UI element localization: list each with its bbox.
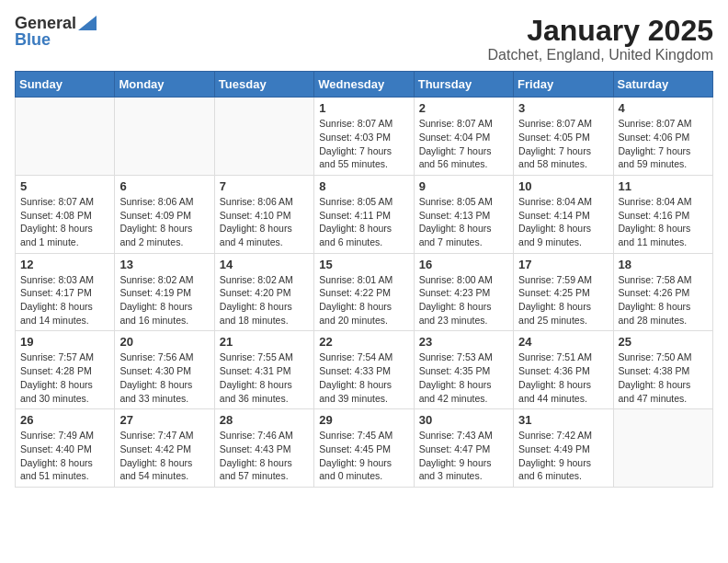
day-number: 13 — [119, 258, 209, 271]
calendar-cell: 12Sunrise: 8:03 AM Sunset: 4:17 PM Dayli… — [16, 253, 115, 331]
day-number: 26 — [20, 413, 109, 427]
day-info: Sunrise: 7:55 AM Sunset: 4:31 PM Dayligh… — [220, 350, 309, 405]
calendar-week-4: 26Sunrise: 7:49 AM Sunset: 4:40 PM Dayli… — [16, 409, 713, 488]
calendar-cell: 4Sunrise: 8:07 AM Sunset: 4:06 PM Daylig… — [613, 98, 712, 176]
day-number: 14 — [220, 258, 309, 271]
day-info: Sunrise: 8:07 AM Sunset: 4:08 PM Dayligh… — [20, 195, 109, 249]
day-info: Sunrise: 8:04 AM Sunset: 4:16 PM Dayligh… — [619, 195, 708, 249]
calendar-cell: 16Sunrise: 8:00 AM Sunset: 4:23 PM Dayli… — [414, 253, 513, 331]
weekday-header-friday: Friday — [514, 72, 613, 98]
day-info: Sunrise: 7:51 AM Sunset: 4:36 PM Dayligh… — [518, 350, 608, 405]
day-number: 28 — [220, 413, 309, 427]
calendar-week-1: 5Sunrise: 8:07 AM Sunset: 4:08 PM Daylig… — [16, 175, 713, 253]
day-info: Sunrise: 8:00 AM Sunset: 4:23 PM Dayligh… — [419, 273, 508, 327]
calendar-cell: 27Sunrise: 7:47 AM Sunset: 4:42 PM Dayli… — [115, 409, 214, 488]
calendar-header: SundayMondayTuesdayWednesdayThursdayFrid… — [16, 72, 713, 98]
day-info: Sunrise: 8:05 AM Sunset: 4:11 PM Dayligh… — [319, 195, 408, 249]
day-number: 3 — [518, 101, 608, 115]
day-info: Sunrise: 8:06 AM Sunset: 4:09 PM Dayligh… — [119, 195, 209, 249]
day-number: 12 — [20, 258, 109, 271]
day-info: Sunrise: 8:04 AM Sunset: 4:14 PM Dayligh… — [518, 195, 608, 249]
calendar-cell: 31Sunrise: 7:42 AM Sunset: 4:49 PM Dayli… — [514, 409, 613, 488]
day-number: 20 — [119, 335, 209, 349]
calendar-week-2: 12Sunrise: 8:03 AM Sunset: 4:17 PM Dayli… — [16, 253, 713, 331]
calendar-cell: 21Sunrise: 7:55 AM Sunset: 4:31 PM Dayli… — [214, 331, 313, 409]
day-info: Sunrise: 7:50 AM Sunset: 4:38 PM Dayligh… — [619, 350, 708, 405]
day-number: 9 — [419, 179, 508, 193]
calendar-cell: 26Sunrise: 7:49 AM Sunset: 4:40 PM Dayli… — [16, 409, 115, 488]
page-header: General Blue January 2025 Datchet, Engla… — [15, 15, 713, 63]
weekday-header-wednesday: Wednesday — [314, 72, 414, 98]
calendar-cell: 24Sunrise: 7:51 AM Sunset: 4:36 PM Dayli… — [514, 331, 613, 409]
calendar-cell: 13Sunrise: 8:02 AM Sunset: 4:19 PM Dayli… — [115, 253, 214, 331]
day-info: Sunrise: 7:43 AM Sunset: 4:47 PM Dayligh… — [419, 429, 508, 483]
calendar-cell: 1Sunrise: 8:07 AM Sunset: 4:03 PM Daylig… — [314, 98, 414, 176]
logo-icon — [78, 16, 97, 30]
day-info: Sunrise: 7:57 AM Sunset: 4:28 PM Dayligh… — [20, 350, 109, 405]
calendar-cell: 11Sunrise: 8:04 AM Sunset: 4:16 PM Dayli… — [613, 175, 712, 253]
day-number: 29 — [319, 413, 408, 427]
day-info: Sunrise: 8:03 AM Sunset: 4:17 PM Dayligh… — [20, 273, 109, 327]
day-number: 5 — [20, 179, 109, 193]
day-number: 27 — [119, 413, 209, 427]
day-number: 30 — [419, 413, 508, 427]
logo-blue: Blue — [15, 31, 51, 48]
day-info: Sunrise: 7:56 AM Sunset: 4:30 PM Dayligh… — [119, 350, 209, 405]
day-number: 24 — [518, 335, 608, 349]
calendar-cell: 18Sunrise: 7:58 AM Sunset: 4:26 PM Dayli… — [613, 253, 712, 331]
calendar-cell: 8Sunrise: 8:05 AM Sunset: 4:11 PM Daylig… — [314, 175, 414, 253]
svg-marker-0 — [78, 16, 97, 30]
weekday-header-saturday: Saturday — [613, 72, 712, 98]
day-info: Sunrise: 7:58 AM Sunset: 4:26 PM Dayligh… — [619, 273, 708, 327]
day-number: 15 — [319, 258, 408, 271]
calendar-cell — [214, 98, 313, 176]
day-info: Sunrise: 7:45 AM Sunset: 4:45 PM Dayligh… — [319, 429, 408, 483]
day-number: 25 — [619, 335, 708, 349]
calendar-cell: 22Sunrise: 7:54 AM Sunset: 4:33 PM Dayli… — [314, 331, 414, 409]
day-info: Sunrise: 8:06 AM Sunset: 4:10 PM Dayligh… — [220, 195, 309, 249]
weekday-header-monday: Monday — [115, 72, 214, 98]
weekday-header-sunday: Sunday — [16, 72, 115, 98]
calendar-week-0: 1Sunrise: 8:07 AM Sunset: 4:03 PM Daylig… — [16, 98, 713, 176]
calendar-cell — [613, 409, 712, 488]
day-info: Sunrise: 7:46 AM Sunset: 4:43 PM Dayligh… — [220, 429, 309, 483]
calendar-cell: 15Sunrise: 8:01 AM Sunset: 4:22 PM Dayli… — [314, 253, 414, 331]
logo-general: General — [15, 15, 76, 31]
day-number: 23 — [419, 335, 508, 349]
day-number: 19 — [20, 335, 109, 349]
calendar-location: Datchet, England, United Kingdom — [488, 47, 713, 63]
calendar-title: January 2025 — [488, 15, 713, 47]
calendar-cell: 17Sunrise: 7:59 AM Sunset: 4:25 PM Dayli… — [514, 253, 613, 331]
calendar-cell: 19Sunrise: 7:57 AM Sunset: 4:28 PM Dayli… — [16, 331, 115, 409]
day-number: 18 — [619, 258, 708, 271]
calendar-cell: 25Sunrise: 7:50 AM Sunset: 4:38 PM Dayli… — [613, 331, 712, 409]
calendar-body: 1Sunrise: 8:07 AM Sunset: 4:03 PM Daylig… — [16, 98, 713, 488]
calendar-cell: 6Sunrise: 8:06 AM Sunset: 4:09 PM Daylig… — [115, 175, 214, 253]
day-info: Sunrise: 7:54 AM Sunset: 4:33 PM Dayligh… — [319, 350, 408, 405]
day-number: 4 — [619, 101, 708, 115]
calendar-cell: 14Sunrise: 8:02 AM Sunset: 4:20 PM Dayli… — [214, 253, 313, 331]
day-info: Sunrise: 8:02 AM Sunset: 4:19 PM Dayligh… — [119, 273, 209, 327]
day-number: 22 — [319, 335, 408, 349]
day-info: Sunrise: 8:07 AM Sunset: 4:03 PM Dayligh… — [319, 117, 408, 171]
day-number: 1 — [319, 101, 408, 115]
calendar-week-3: 19Sunrise: 7:57 AM Sunset: 4:28 PM Dayli… — [16, 331, 713, 409]
day-info: Sunrise: 8:01 AM Sunset: 4:22 PM Dayligh… — [319, 273, 408, 327]
day-info: Sunrise: 7:59 AM Sunset: 4:25 PM Dayligh… — [518, 273, 608, 327]
logo: General Blue — [15, 15, 97, 48]
day-info: Sunrise: 7:42 AM Sunset: 4:49 PM Dayligh… — [518, 429, 608, 483]
calendar-cell: 28Sunrise: 7:46 AM Sunset: 4:43 PM Dayli… — [214, 409, 313, 488]
weekday-header-tuesday: Tuesday — [214, 72, 313, 98]
calendar-cell: 10Sunrise: 8:04 AM Sunset: 4:14 PM Dayli… — [514, 175, 613, 253]
day-info: Sunrise: 7:53 AM Sunset: 4:35 PM Dayligh… — [419, 350, 508, 405]
calendar-table: SundayMondayTuesdayWednesdayThursdayFrid… — [15, 71, 713, 488]
calendar-cell: 23Sunrise: 7:53 AM Sunset: 4:35 PM Dayli… — [414, 331, 513, 409]
day-info: Sunrise: 8:07 AM Sunset: 4:06 PM Dayligh… — [619, 117, 708, 171]
day-number: 8 — [319, 179, 408, 193]
calendar-cell — [115, 98, 214, 176]
calendar-cell: 5Sunrise: 8:07 AM Sunset: 4:08 PM Daylig… — [16, 175, 115, 253]
day-number: 10 — [518, 179, 608, 193]
day-number: 7 — [220, 179, 309, 193]
calendar-cell: 30Sunrise: 7:43 AM Sunset: 4:47 PM Dayli… — [414, 409, 513, 488]
day-info: Sunrise: 7:49 AM Sunset: 4:40 PM Dayligh… — [20, 429, 109, 483]
